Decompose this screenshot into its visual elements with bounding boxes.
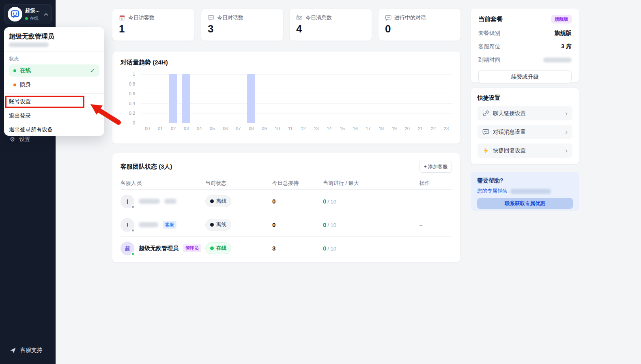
- offline-status-dot: [131, 205, 135, 209]
- quick-item-label: 聊天链接设置: [493, 110, 526, 117]
- chart-bar: [247, 74, 255, 123]
- y-axis-tick-label: 0: [133, 120, 135, 125]
- stat-label: 今日消息数: [305, 14, 332, 21]
- table-header-row: 客服人员 当前状态 今日总接待 当前进行 / 最大 操作: [120, 177, 452, 190]
- status-badge: 在线: [205, 242, 231, 254]
- paper-plane-icon: [10, 347, 16, 353]
- status-option-invisible[interactable]: 隐身: [9, 79, 99, 91]
- today-total-value: 0: [272, 198, 275, 205]
- lightning-icon: [482, 147, 489, 154]
- gridline: [141, 123, 453, 123]
- status-badge: 离线: [205, 219, 231, 231]
- y-axis-tick-label: 0.6: [129, 91, 135, 96]
- online-status-dot: [13, 69, 16, 72]
- status-option-online[interactable]: 在线 ✓: [9, 64, 99, 77]
- team-title: 客服团队状态 (3人): [120, 163, 172, 171]
- x-axis-tick-label: 03: [184, 126, 189, 131]
- x-axis-tick-label: 21: [418, 126, 423, 131]
- quick-item-quick-replies[interactable]: 快捷回复设置 ›: [478, 143, 572, 158]
- stat-card-messages: 今日消息数 4: [289, 9, 372, 41]
- chat-bubble-icon: [482, 128, 489, 135]
- stat-label: 今日访客数: [128, 14, 155, 21]
- renew-upgrade-button[interactable]: 续费或升级: [478, 70, 572, 84]
- redacted-name: [139, 222, 158, 227]
- quick-item-chat-link[interactable]: 聊天链接设置 ›: [478, 106, 572, 120]
- x-axis-tick-label: 10: [275, 126, 280, 131]
- sidebar-user-status: 在线: [30, 15, 39, 21]
- quick-settings-title: 快捷设置: [478, 94, 572, 102]
- max-value: / 10: [327, 246, 336, 252]
- x-axis-tick-label: 05: [210, 126, 215, 131]
- gear-icon: ⚙: [10, 136, 15, 143]
- divider: [4, 93, 104, 94]
- chevron-up-icon: [44, 13, 48, 16]
- sidebar-item-support[interactable]: 客服支持: [0, 345, 56, 355]
- avatar: l: [120, 218, 134, 232]
- status-invisible-label: 隐身: [20, 81, 31, 88]
- redacted-expire-date: [543, 58, 572, 62]
- x-axis-tick-label: 14: [327, 126, 331, 131]
- chart-bar: [169, 74, 177, 123]
- chevron-right-icon: ›: [565, 147, 568, 154]
- action-placeholder: –: [419, 222, 422, 228]
- stat-label: 今日对话数: [217, 14, 243, 21]
- redacted-user-email: [9, 43, 49, 47]
- plan-level-label: 套餐级别: [478, 30, 500, 37]
- check-icon: ✓: [90, 67, 95, 74]
- menu-item-logout-all-devices[interactable]: 退出登录所有设备: [9, 124, 99, 135]
- sidebar-item-settings[interactable]: ⚙ 设置: [0, 135, 56, 144]
- stat-value: 3: [208, 23, 277, 35]
- chart-y-axis: 00.20.40.60.81: [112, 74, 138, 123]
- redacted-name: [164, 199, 176, 204]
- x-axis-tick-label: 18: [379, 126, 384, 131]
- svg-text:17: 17: [121, 17, 123, 20]
- stat-label: 进行中的对话: [394, 14, 426, 21]
- current-value: 0: [323, 198, 326, 205]
- redacted-sales-contact: [510, 189, 551, 194]
- stat-card-visitors: 17 今日访客数 1: [112, 9, 195, 41]
- quick-item-conversation-messages[interactable]: 对话消息设置 ›: [478, 125, 572, 139]
- menu-item-account-settings[interactable]: 账号设置: [9, 96, 99, 107]
- x-axis-tick-label: 15: [340, 126, 345, 131]
- status-section-label: 状态: [9, 56, 19, 62]
- agent-name: 超级无敌管理员: [139, 245, 179, 252]
- current-value: 0: [323, 245, 326, 252]
- role-badge: 管理员: [183, 244, 201, 252]
- col-header-today-total: 今日总接待: [272, 180, 323, 187]
- x-axis-tick-label: 01: [158, 126, 163, 131]
- plan-seats-value: 3 席: [561, 43, 572, 50]
- current-plan-card: 当前套餐 旗舰版 套餐级别 旗舰版 客服席位 3 席 到期时间 续费或升级: [471, 8, 579, 83]
- online-status-dot: [131, 252, 135, 256]
- plan-tier-badge: 旗舰版: [551, 15, 572, 24]
- sidebar-user-button[interactable]: 超级... 在线: [4, 4, 52, 24]
- col-header-agent: 客服人员: [120, 180, 205, 187]
- offline-status-dot: [131, 229, 135, 232]
- avatar: j: [120, 195, 134, 208]
- status-badge: 离线: [205, 195, 231, 207]
- action-placeholder: –: [419, 199, 422, 205]
- stat-card-active-conversations: 进行中的对话 0: [378, 9, 461, 41]
- menu-item-logout[interactable]: 退出登录: [9, 110, 99, 122]
- x-axis-tick-label: 11: [288, 126, 293, 131]
- contact-sales-button[interactable]: 联系获取专属优惠: [477, 198, 573, 209]
- quick-item-label: 对话消息设置: [493, 128, 526, 136]
- table-row: 超 超级无敌管理员 管理员 在线 3 0/ 10 –: [120, 237, 452, 260]
- chat-bubble-icon: [208, 15, 214, 21]
- app-logo-icon: [8, 7, 22, 21]
- y-axis-tick-label: 0.4: [129, 101, 135, 106]
- x-axis-tick-label: 23: [444, 126, 449, 131]
- online-status-dot: [25, 17, 28, 20]
- x-axis-tick-label: 12: [301, 126, 305, 131]
- plan-expire-label: 到期时间: [478, 56, 500, 64]
- y-axis-tick-label: 1: [133, 72, 135, 77]
- plan-title: 当前套餐: [478, 15, 503, 23]
- user-dropdown-menu: 超级无敌管理员 状态 在线 ✓ 隐身 账号设置 退出登录 退出登录所有设备: [4, 27, 104, 136]
- help-card: 需要帮助? 您的专属销售 联系获取专属优惠: [471, 172, 579, 211]
- invisible-status-dot: [13, 84, 16, 86]
- chat-bubble-icon: [385, 15, 391, 21]
- sidebar-user-meta: 超级... 在线: [25, 7, 41, 21]
- stat-card-conversations: 今日对话数 3: [201, 9, 284, 41]
- today-total-value: 0: [272, 221, 275, 228]
- add-agent-button[interactable]: + 添加客服: [419, 161, 452, 173]
- status-online-label: 在线: [20, 67, 31, 74]
